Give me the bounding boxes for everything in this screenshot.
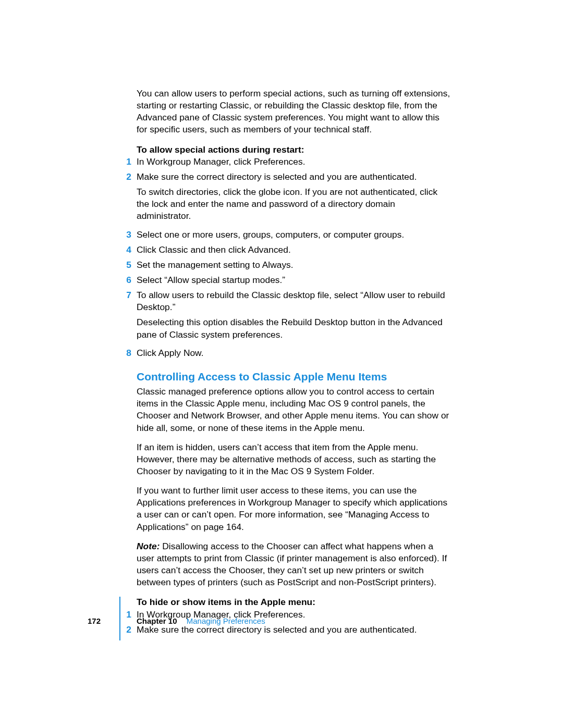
- step-text: To allow users to rebuild the Classic de…: [137, 289, 451, 313]
- procedure-hide-show-apple-menu: To hide or show items in the Apple menu:…: [137, 596, 451, 636]
- page-number: 172: [88, 616, 101, 625]
- procedure-allow-special-actions: To allow special actions during restart:…: [137, 143, 451, 359]
- step-number: 1: [126, 609, 137, 621]
- document-page: You can allow users to perform special a…: [0, 0, 563, 728]
- step-number: 8: [126, 347, 137, 359]
- step-extra-text: To switch directories, click the globe i…: [137, 186, 451, 222]
- procedure-heading: To allow special actions during restart:: [137, 143, 451, 156]
- list-item: 2 Make sure the correct directory is sel…: [137, 171, 451, 223]
- note-text: Disallowing access to the Chooser can af…: [137, 541, 447, 587]
- step-number: 1: [126, 156, 137, 168]
- page-content: You can allow users to perform special a…: [137, 88, 451, 645]
- note-paragraph: Note: Disallowing access to the Chooser …: [137, 540, 451, 589]
- section-heading-controlling-access: Controlling Access to Classic Apple Menu…: [137, 369, 451, 384]
- footer-chapter-info: Chapter 10 Managing Preferences: [137, 616, 265, 625]
- list-item: 7 To allow users to rebuild the Classic …: [137, 289, 451, 341]
- note-label: Note:: [137, 541, 162, 551]
- step-number: 7: [126, 289, 137, 301]
- step-text: Set the management setting to Always.: [137, 259, 451, 271]
- step-number: 2: [126, 171, 137, 183]
- body-paragraph: Classic managed preference options allow…: [137, 386, 451, 434]
- step-number: 4: [126, 244, 137, 256]
- step-text: Make sure the correct directory is selec…: [137, 171, 451, 183]
- procedure-heading: To hide or show items in the Apple menu:: [137, 596, 451, 608]
- step-number: 3: [126, 229, 137, 241]
- step-number: 6: [126, 274, 137, 286]
- step-text: Click Apply Now.: [137, 347, 451, 359]
- body-paragraph: If you want to further limit user access…: [137, 485, 451, 533]
- intro-paragraph: You can allow users to perform special a…: [137, 88, 451, 136]
- step-number: 2: [126, 624, 137, 636]
- list-item: 4 Click Classic and then click Advanced.: [137, 244, 451, 256]
- step-extra-text: Deselecting this option disables the Reb…: [137, 316, 451, 340]
- list-item: 1 In Workgroup Manager, click Preference…: [137, 156, 451, 168]
- list-item: 6 Select “Allow special startup modes.”: [137, 274, 451, 286]
- step-list: 1 In Workgroup Manager, click Preference…: [137, 156, 451, 359]
- list-item: 5 Set the management setting to Always.: [137, 259, 451, 271]
- chapter-title: Managing Preferences: [187, 616, 265, 625]
- list-item: 3 Select one or more users, groups, comp…: [137, 229, 451, 241]
- body-paragraph: If an item is hidden, users can’t access…: [137, 441, 451, 477]
- step-text: Click Classic and then click Advanced.: [137, 244, 451, 256]
- list-item: 8 Click Apply Now.: [137, 347, 451, 359]
- step-text: Select one or more users, groups, comput…: [137, 229, 451, 241]
- step-number: 5: [126, 259, 137, 271]
- chapter-label: Chapter 10: [137, 616, 177, 625]
- step-text: In Workgroup Manager, click Preferences.: [137, 156, 451, 168]
- step-text: Select “Allow special startup modes.”: [137, 274, 451, 286]
- step-text: Make sure the correct directory is selec…: [137, 624, 451, 636]
- list-item: 2 Make sure the correct directory is sel…: [137, 624, 451, 636]
- footer-divider: [119, 597, 120, 640]
